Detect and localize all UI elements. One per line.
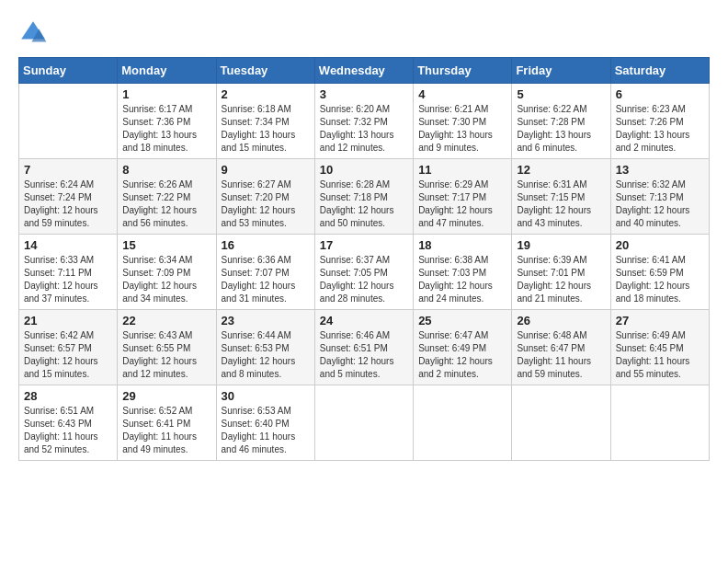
calendar-cell: 26Sunrise: 6:48 AM Sunset: 6:47 PM Dayli… bbox=[512, 310, 610, 385]
day-number: 5 bbox=[517, 87, 605, 101]
day-info: Sunrise: 6:52 AM Sunset: 6:41 PM Dayligh… bbox=[122, 405, 210, 456]
calendar-cell: 15Sunrise: 6:34 AM Sunset: 7:09 PM Dayli… bbox=[118, 235, 216, 310]
day-number: 26 bbox=[517, 314, 605, 327]
day-info: Sunrise: 6:22 AM Sunset: 7:28 PM Dayligh… bbox=[517, 103, 605, 155]
day-of-week-header: Tuesday bbox=[216, 58, 314, 84]
calendar-cell: 6Sunrise: 6:23 AM Sunset: 7:26 PM Daylig… bbox=[610, 84, 709, 159]
day-info: Sunrise: 6:20 AM Sunset: 7:32 PM Dayligh… bbox=[320, 103, 408, 155]
day-info: Sunrise: 6:29 AM Sunset: 7:17 PM Dayligh… bbox=[418, 178, 506, 230]
calendar-week-row: 7Sunrise: 6:24 AM Sunset: 7:24 PM Daylig… bbox=[19, 159, 710, 235]
day-info: Sunrise: 6:39 AM Sunset: 7:01 PM Dayligh… bbox=[517, 254, 605, 305]
day-number: 4 bbox=[418, 87, 506, 101]
day-info: Sunrise: 6:37 AM Sunset: 7:05 PM Dayligh… bbox=[320, 254, 408, 305]
day-number: 11 bbox=[418, 163, 506, 177]
day-of-week-header: Wednesday bbox=[314, 58, 413, 84]
calendar-cell: 11Sunrise: 6:29 AM Sunset: 7:17 PM Dayli… bbox=[414, 159, 512, 235]
day-number: 2 bbox=[222, 87, 310, 101]
calendar-cell: 9Sunrise: 6:27 AM Sunset: 7:20 PM Daylig… bbox=[216, 159, 314, 235]
calendar-cell: 30Sunrise: 6:53 AM Sunset: 6:40 PM Dayli… bbox=[216, 385, 314, 461]
day-info: Sunrise: 6:53 AM Sunset: 6:40 PM Dayligh… bbox=[222, 405, 310, 456]
calendar-week-row: 28Sunrise: 6:51 AM Sunset: 6:43 PM Dayli… bbox=[19, 385, 710, 461]
calendar-header-row: SundayMondayTuesdayWednesdayThursdayFrid… bbox=[19, 58, 710, 84]
day-info: Sunrise: 6:18 AM Sunset: 7:34 PM Dayligh… bbox=[222, 103, 310, 155]
day-number: 16 bbox=[222, 238, 310, 252]
day-number: 6 bbox=[616, 87, 704, 101]
day-info: Sunrise: 6:36 AM Sunset: 7:07 PM Dayligh… bbox=[222, 254, 310, 305]
calendar-cell: 3Sunrise: 6:20 AM Sunset: 7:32 PM Daylig… bbox=[314, 84, 413, 159]
day-info: Sunrise: 6:41 AM Sunset: 6:59 PM Dayligh… bbox=[616, 254, 704, 305]
calendar-cell: 18Sunrise: 6:38 AM Sunset: 7:03 PM Dayli… bbox=[414, 235, 512, 310]
day-number: 12 bbox=[517, 163, 605, 177]
day-of-week-header: Friday bbox=[512, 58, 610, 84]
calendar-cell: 17Sunrise: 6:37 AM Sunset: 7:05 PM Dayli… bbox=[314, 235, 413, 310]
day-of-week-header: Thursday bbox=[414, 58, 512, 84]
calendar-cell: 24Sunrise: 6:46 AM Sunset: 6:51 PM Dayli… bbox=[314, 310, 413, 385]
day-number: 22 bbox=[122, 314, 210, 327]
calendar-cell: 21Sunrise: 6:42 AM Sunset: 6:57 PM Dayli… bbox=[19, 310, 118, 385]
calendar-cell: 19Sunrise: 6:39 AM Sunset: 7:01 PM Dayli… bbox=[512, 235, 610, 310]
day-info: Sunrise: 6:28 AM Sunset: 7:18 PM Dayligh… bbox=[320, 178, 408, 230]
day-number: 30 bbox=[222, 389, 310, 403]
day-number: 19 bbox=[517, 238, 605, 252]
calendar-cell bbox=[314, 385, 413, 461]
day-info: Sunrise: 6:23 AM Sunset: 7:26 PM Dayligh… bbox=[616, 103, 704, 155]
day-number: 20 bbox=[616, 238, 704, 252]
calendar-week-row: 14Sunrise: 6:33 AM Sunset: 7:11 PM Dayli… bbox=[19, 235, 710, 310]
calendar-cell: 23Sunrise: 6:44 AM Sunset: 6:53 PM Dayli… bbox=[216, 310, 314, 385]
day-number: 21 bbox=[24, 314, 112, 327]
day-info: Sunrise: 6:33 AM Sunset: 7:11 PM Dayligh… bbox=[24, 254, 112, 305]
day-of-week-header: Saturday bbox=[610, 58, 709, 84]
day-info: Sunrise: 6:49 AM Sunset: 6:45 PM Dayligh… bbox=[616, 329, 704, 381]
day-info: Sunrise: 6:24 AM Sunset: 7:24 PM Dayligh… bbox=[24, 178, 112, 230]
calendar-cell: 1Sunrise: 6:17 AM Sunset: 7:36 PM Daylig… bbox=[118, 84, 216, 159]
calendar-cell bbox=[414, 385, 512, 461]
day-info: Sunrise: 6:34 AM Sunset: 7:09 PM Dayligh… bbox=[122, 254, 210, 305]
day-info: Sunrise: 6:42 AM Sunset: 6:57 PM Dayligh… bbox=[24, 329, 112, 381]
day-info: Sunrise: 6:31 AM Sunset: 7:15 PM Dayligh… bbox=[517, 178, 605, 230]
calendar-cell: 22Sunrise: 6:43 AM Sunset: 6:55 PM Dayli… bbox=[118, 310, 216, 385]
day-number: 18 bbox=[418, 238, 506, 252]
day-number: 23 bbox=[222, 314, 310, 327]
calendar-table: SundayMondayTuesdayWednesdayThursdayFrid… bbox=[18, 57, 710, 461]
calendar-cell: 12Sunrise: 6:31 AM Sunset: 7:15 PM Dayli… bbox=[512, 159, 610, 235]
day-number: 9 bbox=[222, 163, 310, 177]
day-info: Sunrise: 6:17 AM Sunset: 7:36 PM Dayligh… bbox=[122, 103, 210, 155]
day-info: Sunrise: 6:27 AM Sunset: 7:20 PM Dayligh… bbox=[222, 178, 310, 230]
day-info: Sunrise: 6:48 AM Sunset: 6:47 PM Dayligh… bbox=[517, 329, 605, 381]
calendar-cell: 14Sunrise: 6:33 AM Sunset: 7:11 PM Dayli… bbox=[19, 235, 118, 310]
calendar-cell: 16Sunrise: 6:36 AM Sunset: 7:07 PM Dayli… bbox=[216, 235, 314, 310]
day-of-week-header: Sunday bbox=[19, 58, 118, 84]
day-info: Sunrise: 6:38 AM Sunset: 7:03 PM Dayligh… bbox=[418, 254, 506, 305]
day-info: Sunrise: 6:43 AM Sunset: 6:55 PM Dayligh… bbox=[122, 329, 210, 381]
day-number: 1 bbox=[122, 87, 210, 101]
calendar-cell: 28Sunrise: 6:51 AM Sunset: 6:43 PM Dayli… bbox=[19, 385, 118, 461]
calendar-cell bbox=[512, 385, 610, 461]
day-info: Sunrise: 6:46 AM Sunset: 6:51 PM Dayligh… bbox=[320, 329, 408, 381]
day-number: 8 bbox=[122, 163, 210, 177]
day-number: 15 bbox=[122, 238, 210, 252]
day-info: Sunrise: 6:51 AM Sunset: 6:43 PM Dayligh… bbox=[24, 405, 112, 456]
day-info: Sunrise: 6:47 AM Sunset: 6:49 PM Dayligh… bbox=[418, 329, 506, 381]
day-info: Sunrise: 6:32 AM Sunset: 7:13 PM Dayligh… bbox=[616, 178, 704, 230]
calendar-cell: 20Sunrise: 6:41 AM Sunset: 6:59 PM Dayli… bbox=[610, 235, 709, 310]
calendar-cell: 2Sunrise: 6:18 AM Sunset: 7:34 PM Daylig… bbox=[216, 84, 314, 159]
day-number: 14 bbox=[24, 238, 112, 252]
calendar-week-row: 1Sunrise: 6:17 AM Sunset: 7:36 PM Daylig… bbox=[19, 84, 710, 159]
day-number: 7 bbox=[24, 163, 112, 177]
day-number: 13 bbox=[616, 163, 704, 177]
calendar-cell: 7Sunrise: 6:24 AM Sunset: 7:24 PM Daylig… bbox=[19, 159, 118, 235]
calendar-cell bbox=[610, 385, 709, 461]
day-number: 24 bbox=[320, 314, 408, 327]
calendar-cell: 5Sunrise: 6:22 AM Sunset: 7:28 PM Daylig… bbox=[512, 84, 610, 159]
day-number: 27 bbox=[616, 314, 704, 327]
day-number: 10 bbox=[320, 163, 408, 177]
day-number: 25 bbox=[418, 314, 506, 327]
day-info: Sunrise: 6:44 AM Sunset: 6:53 PM Dayligh… bbox=[222, 329, 310, 381]
day-info: Sunrise: 6:21 AM Sunset: 7:30 PM Dayligh… bbox=[418, 103, 506, 155]
calendar-cell: 27Sunrise: 6:49 AM Sunset: 6:45 PM Dayli… bbox=[610, 310, 709, 385]
calendar-cell: 13Sunrise: 6:32 AM Sunset: 7:13 PM Dayli… bbox=[610, 159, 709, 235]
day-info: Sunrise: 6:26 AM Sunset: 7:22 PM Dayligh… bbox=[122, 178, 210, 230]
calendar-cell: 10Sunrise: 6:28 AM Sunset: 7:18 PM Dayli… bbox=[314, 159, 413, 235]
logo bbox=[18, 18, 51, 48]
day-number: 3 bbox=[320, 87, 408, 101]
